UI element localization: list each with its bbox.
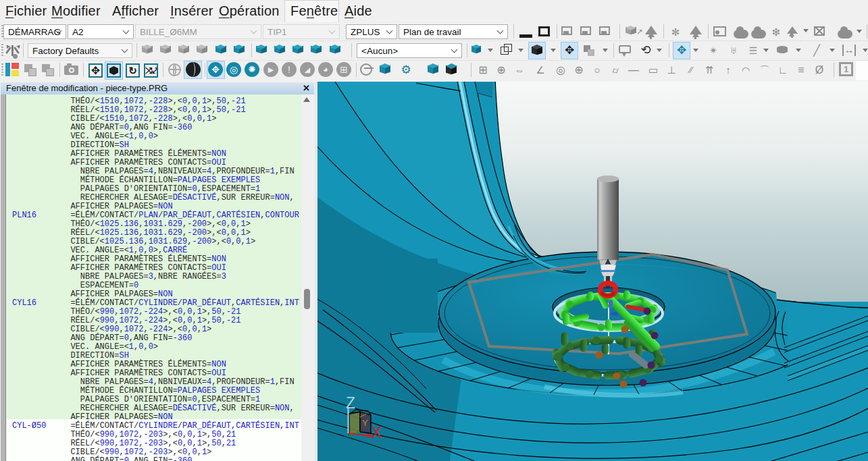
svg-text:X: X bbox=[372, 424, 382, 441]
svg-text:Y: Y bbox=[362, 418, 368, 428]
svg-text:Z: Z bbox=[346, 394, 355, 412]
